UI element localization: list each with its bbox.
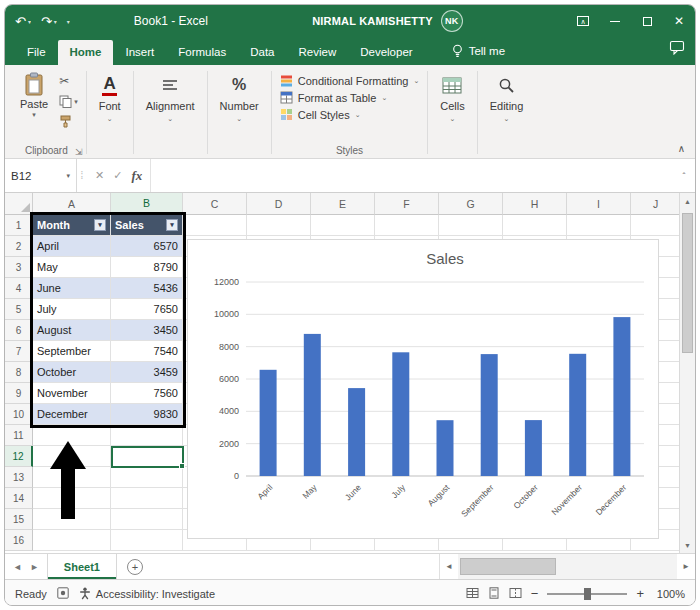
number-group-button[interactable]: % Number ⌄ [210,67,269,158]
close-button[interactable]: ✕ [663,5,695,37]
scroll-left-button[interactable]: ◄ [440,554,458,579]
tab-data[interactable]: Data [238,40,286,65]
customize-quick-access-button[interactable]: ▾ [67,18,70,25]
cell-B15[interactable] [111,509,183,530]
scroll-down-button[interactable]: ▼ [680,537,695,553]
cancel-formula-button[interactable]: ✕ [95,169,104,182]
column-header-e[interactable]: E [311,193,375,215]
undo-button[interactable]: ↶▾ [15,14,31,29]
tab-formulas[interactable]: Formulas [166,40,238,65]
previous-sheet-button[interactable]: ◄ [13,562,22,572]
cell-B16[interactable] [111,530,183,551]
row-header-14[interactable]: 14 [5,488,33,509]
row-header-6[interactable]: 6 [5,320,33,341]
next-sheet-button[interactable]: ► [30,562,39,572]
row-header-7[interactable]: 7 [5,341,33,362]
cells-group-button[interactable]: Cells ⌄ [430,67,474,158]
column-header-g[interactable]: G [439,193,503,215]
cell-E1[interactable] [311,215,375,236]
zoom-in-button[interactable]: + [636,586,644,601]
alignment-group-button[interactable]: Alignment ⌄ [136,67,205,158]
column-header-h[interactable]: H [503,193,567,215]
row-header-9[interactable]: 9 [5,383,33,404]
row-header-16[interactable]: 16 [5,530,33,551]
cut-button[interactable]: ✂ [59,73,78,89]
select-all-corner[interactable] [5,193,33,215]
cell-B13[interactable] [111,467,183,488]
column-header-j[interactable]: J [631,193,681,215]
zoom-slider-thumb[interactable] [584,588,591,600]
new-sheet-button[interactable]: + [127,559,143,575]
column-header-d[interactable]: D [247,193,311,215]
enter-formula-button[interactable]: ✓ [113,169,122,182]
scroll-up-button[interactable]: ▲ [680,193,695,209]
row-header-13[interactable]: 13 [5,467,33,488]
normal-view-button[interactable] [466,587,479,601]
cell-C1[interactable] [183,215,247,236]
name-box[interactable]: B12 ▾ [5,159,77,192]
cell-I1[interactable] [567,215,631,236]
expand-formula-bar-button[interactable]: ˆ [673,159,695,192]
column-header-c[interactable]: C [183,193,247,215]
cell-A16[interactable] [33,530,111,551]
column-header-f[interactable]: F [375,193,439,215]
row-header-8[interactable]: 8 [5,362,33,383]
zoom-level[interactable]: 100% [653,588,685,600]
zoom-out-button[interactable]: − [531,586,539,601]
collapse-ribbon-button[interactable]: ∧ [678,143,685,154]
font-group-button[interactable]: A Font ⌄ [89,67,131,158]
row-header-2[interactable]: 2 [5,236,33,257]
clipboard-dialog-launcher[interactable]: ⇲ [75,147,83,157]
row-header-10[interactable]: 10 [5,404,33,425]
accessibility-status[interactable]: Accessibility: Investigate [79,587,215,600]
formula-input[interactable] [151,159,673,192]
avatar[interactable]: NK [441,10,463,32]
row-header-1[interactable]: 1 [5,215,33,236]
page-layout-view-button[interactable] [488,587,500,601]
format-painter-button[interactable] [59,113,78,129]
cell-J1[interactable] [631,215,681,236]
cell-G1[interactable] [439,215,503,236]
cell-F1[interactable] [375,215,439,236]
fill-handle[interactable] [179,463,185,469]
sales-chart[interactable]: 020004000600080001000012000AprilMayJuneJ… [187,239,659,539]
tell-me-button[interactable]: Tell me [451,44,505,65]
sheet-tab-sheet1[interactable]: Sheet1 [47,554,117,579]
vertical-scrollbar[interactable]: ▲ ▼ [679,193,695,553]
ribbon-display-options-button[interactable]: ∧ [567,5,599,37]
row-header-5[interactable]: 5 [5,299,33,320]
cell-D1[interactable] [247,215,311,236]
row-header-15[interactable]: 15 [5,509,33,530]
tab-insert[interactable]: Insert [113,40,166,65]
conditional-formatting-button[interactable]: Conditional Formatting ⌄ [280,74,420,87]
row-header-12[interactable]: 12 [5,446,33,467]
maximize-button[interactable] [631,5,663,37]
account-section[interactable]: NIRMAL KAMISHETTY NK [312,10,463,32]
scroll-right-button[interactable]: ► [677,554,695,579]
editing-group-button[interactable]: Editing ⌄ [480,67,534,158]
copy-button[interactable]: ▾ [59,93,78,109]
tab-review[interactable]: Review [286,40,348,65]
row-header-3[interactable]: 3 [5,257,33,278]
format-as-table-button[interactable]: Format as Table ⌄ [280,91,388,104]
cell-B11[interactable] [111,425,183,446]
cell-B14[interactable] [111,488,183,509]
page-break-preview-button[interactable] [509,587,522,601]
cell-H1[interactable] [503,215,567,236]
formula-bar-drag-handle[interactable]: ⁞ [77,159,87,192]
tab-home[interactable]: Home [58,40,114,65]
insert-function-button[interactable]: fx [131,168,142,184]
column-header-i[interactable]: I [567,193,631,215]
redo-button[interactable]: ↷▾ [41,14,57,29]
macro-record-button[interactable] [57,587,69,601]
paste-button[interactable]: Paste ▾ [15,70,53,129]
vertical-scroll-thumb[interactable] [682,213,693,353]
horizontal-scrollbar[interactable]: ◄ ► [439,554,695,579]
feedback-button[interactable] [669,40,685,65]
minimize-button[interactable] [599,5,631,37]
row-header-4[interactable]: 4 [5,278,33,299]
tab-file[interactable]: File [15,40,58,65]
cell-styles-button[interactable]: Cell Styles ⌄ [280,108,361,121]
zoom-slider[interactable] [547,593,627,595]
row-header-11[interactable]: 11 [5,425,33,446]
